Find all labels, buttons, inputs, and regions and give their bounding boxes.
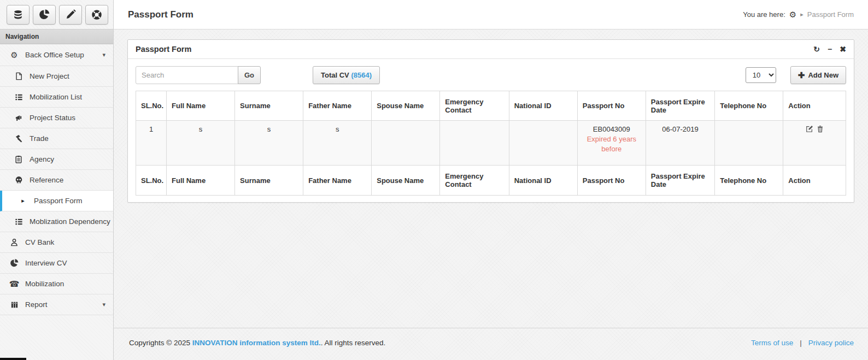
gear-icon[interactable]: ⚙ — [789, 10, 796, 20]
top-header: Passport Form You are here: ⚙ ▸ Passport… — [114, 0, 868, 29]
sidebar: Navigation ⚙ Back Office Setup ▾ New Pro… — [0, 29, 114, 360]
passport-expired-note: Expired 6 years before — [583, 134, 641, 154]
cell-surname: s — [235, 121, 303, 166]
footer-col-passport-expire-date: Passport Expire Date — [646, 166, 714, 196]
sidebar-item-cv-bank[interactable]: CV Bank — [0, 232, 113, 253]
footer-col-telephone-no: Telephone No — [715, 166, 783, 196]
pie-chart-icon — [39, 9, 50, 20]
caret-right-icon: ▸ — [800, 11, 804, 18]
go-button[interactable]: Go — [238, 66, 261, 84]
edit-icon[interactable] — [806, 125, 813, 133]
terms-of-use-link[interactable]: Terms of use — [751, 339, 793, 347]
privacy-police-link[interactable]: Privacy police — [808, 339, 854, 347]
megaphone-icon — [12, 114, 25, 122]
col-header-full-name: Full Name — [167, 91, 235, 121]
passport-table: SL.No. Full Name Surname Father Name Spo… — [136, 91, 846, 196]
delete-trash-icon[interactable] — [817, 125, 824, 133]
total-cv-button[interactable]: Total CV (8564) — [313, 66, 380, 84]
cell-emergency-contact — [440, 121, 509, 166]
breadcrumb-current: Passport Form — [807, 10, 854, 19]
table-toolbar: Go Total CV (8564) 10 ✚ Add New — [136, 66, 846, 84]
breadcrumb: You are here: ⚙ ▸ Passport Form — [743, 10, 854, 20]
footer-col-surname: Surname — [235, 166, 303, 196]
sidebar-item-trade[interactable]: Trade — [0, 128, 113, 149]
list-icon — [12, 93, 25, 101]
pie-chart-button[interactable] — [33, 5, 56, 25]
col-header-passport-expire-date: Passport Expire Date — [646, 91, 714, 121]
document-icon — [12, 72, 25, 80]
cell-spouse-name — [372, 121, 440, 166]
col-header-passport-no: Passport No — [577, 91, 646, 121]
panel-header: Passport Form ↻ − ✖ — [128, 40, 854, 59]
lifering-icon — [91, 9, 102, 20]
sidebar-item-passport-form[interactable]: ▸ Passport Form — [0, 191, 113, 211]
legal-links: Terms of use | Privacy police — [751, 339, 854, 347]
total-cv-count: (8564) — [351, 71, 372, 79]
col-header-slno: SL.No. — [136, 91, 167, 121]
page-title: Passport Form — [128, 9, 193, 20]
cell-action — [783, 121, 846, 166]
help-lifering-button[interactable] — [85, 5, 108, 25]
skull-icon — [12, 176, 25, 184]
footer-col-national-id: National ID — [509, 166, 577, 196]
total-cv-label: Total CV — [321, 71, 349, 79]
database-button[interactable] — [7, 5, 30, 25]
database-icon — [13, 10, 24, 20]
report-books-icon — [8, 301, 21, 309]
footer-col-slno: SL.No. — [136, 166, 167, 196]
add-new-button[interactable]: ✚ Add New — [790, 66, 846, 84]
passport-form-panel: Passport Form ↻ − ✖ Go Total CV (8564) — [127, 39, 854, 203]
edit-pencil-button[interactable] — [59, 5, 82, 25]
footer-col-spouse-name: Spouse Name — [372, 166, 440, 196]
top-icon-strip — [0, 0, 114, 29]
col-header-action: Action — [783, 91, 846, 121]
col-header-emergency-contact: Emergency Contact — [440, 91, 509, 121]
cell-slno: 1 — [136, 121, 167, 166]
sidebar-item-reference[interactable]: Reference — [0, 170, 113, 191]
link-separator: | — [800, 339, 802, 347]
caret-down-icon: ▾ — [102, 301, 105, 308]
sidebar-item-new-project[interactable]: New Project — [0, 66, 113, 87]
sidebar-item-mobilization[interactable]: ☎ Mobilization — [0, 274, 113, 294]
list-icon — [12, 218, 25, 226]
pie-chart-icon — [8, 259, 21, 267]
horizontal-scrollbar-thumb[interactable] — [0, 358, 26, 360]
panel-body: Go Total CV (8564) 10 ✚ Add New — [128, 59, 854, 202]
main-content: Passport Form ↻ − ✖ Go Total CV (8564) — [114, 29, 868, 360]
sidebar-item-agency[interactable]: Agency — [0, 149, 113, 170]
cell-father-name: s — [303, 121, 372, 166]
table-row: 1 s s s EB0043009 Expired 6 years before — [136, 121, 846, 166]
navigation-header: Navigation — [0, 29, 113, 44]
table-header-row: SL.No. Full Name Surname Father Name Spo… — [136, 91, 846, 121]
page-size-select[interactable]: 10 — [746, 67, 776, 83]
sidebar-item-report[interactable]: Report ▾ — [0, 294, 113, 315]
col-header-telephone-no: Telephone No — [715, 91, 783, 121]
sidebar-item-back-office-setup[interactable]: ⚙ Back Office Setup ▾ — [0, 44, 113, 66]
sidebar-item-mobilization-list[interactable]: Mobilization List — [0, 87, 113, 108]
refresh-icon[interactable]: ↻ — [813, 45, 820, 53]
sidebar-item-project-status[interactable]: Project Status — [0, 108, 113, 128]
person-icon — [8, 238, 21, 246]
col-header-surname: Surname — [235, 91, 303, 121]
hammer-icon — [12, 134, 25, 143]
col-header-father-name: Father Name — [303, 91, 372, 121]
sidebar-item-moblization-dependency[interactable]: Moblization Dependency — [0, 211, 113, 232]
panel-title: Passport Form — [136, 45, 191, 54]
close-icon[interactable]: ✖ — [840, 45, 846, 53]
table-footer-row: SL.No. Full Name Surname Father Name Spo… — [136, 166, 846, 196]
caret-right-icon: ▸ — [16, 197, 30, 204]
sidebar-item-interview-cv[interactable]: Interview CV — [0, 253, 113, 274]
company-link[interactable]: INNOVATION information system ltd. — [192, 339, 321, 347]
minimize-icon[interactable]: − — [828, 45, 832, 53]
cell-full-name: s — [167, 121, 235, 166]
phone-icon: ☎ — [8, 279, 21, 289]
gear-icon: ⚙ — [8, 50, 21, 60]
search-input[interactable] — [136, 66, 238, 84]
footer-col-emergency-contact: Emergency Contact — [440, 166, 509, 196]
caret-down-icon: ▾ — [102, 51, 105, 58]
cell-passport-no: EB0043009 Expired 6 years before — [577, 121, 646, 166]
top-bar: Passport Form You are here: ⚙ ▸ Passport… — [0, 0, 868, 29]
cell-national-id — [509, 121, 577, 166]
pencil-icon — [66, 9, 76, 20]
page-footer: Copyrights © 2025 INNOVATION information… — [114, 328, 868, 360]
